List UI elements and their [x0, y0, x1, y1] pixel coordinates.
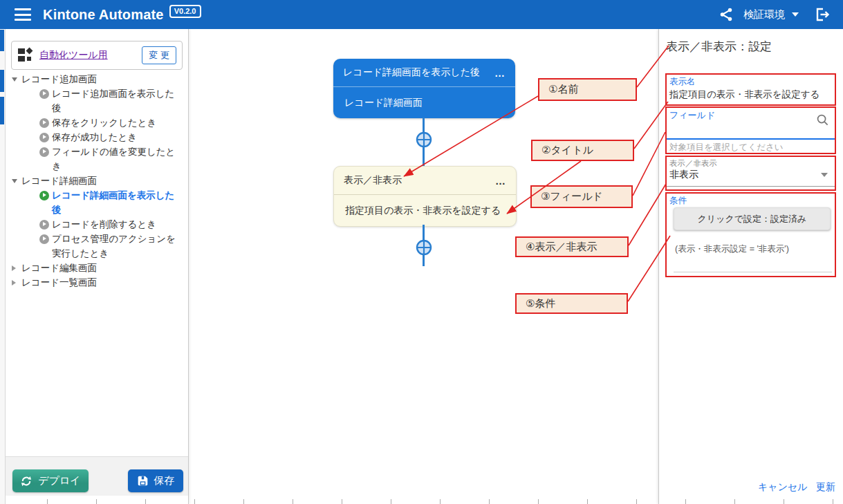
change-app-button[interactable]: 変 更: [142, 46, 176, 64]
expand-arrow-icon[interactable]: [12, 174, 19, 188]
dropdown-caret-icon[interactable]: [821, 173, 828, 177]
tree-item[interactable]: 保存が成功したとき: [6, 130, 188, 144]
app-icon: [18, 48, 33, 63]
action-node-menu-icon[interactable]: …: [495, 175, 506, 187]
left-edge-strip: [0, 29, 6, 504]
action-node-subtitle: 指定項目の表示・非表示を設定する: [345, 205, 501, 217]
trigger-node-subtitle: レコード詳細画面: [344, 97, 423, 109]
action-node-title: 表示／非表示: [344, 174, 402, 187]
display-name-value[interactable]: 指定項目の表示・非表示を設定する: [669, 88, 819, 101]
trigger-node-title: レコード詳細画面を表示した後: [343, 66, 480, 79]
panel-title: 表示／非表示：設定: [666, 39, 772, 55]
add-step-button[interactable]: [415, 239, 433, 256]
display-name-label: 表示名: [669, 76, 696, 88]
app-selector: 自動化ツール用 変 更: [11, 41, 183, 70]
visibility-underline: [667, 186, 835, 187]
tree-group-record-list[interactable]: レコード一覧画面: [6, 275, 188, 290]
event-play-icon: [39, 147, 49, 157]
deploy-button[interactable]: デプロイ: [12, 469, 89, 492]
share-icon[interactable]: [719, 7, 734, 22]
action-node[interactable]: 表示／非表示 … 指定項目の表示・非表示を設定する: [333, 166, 517, 227]
tree-item-selected[interactable]: レコード詳細画面を表示した後: [6, 188, 188, 217]
event-play-icon: [39, 220, 49, 230]
event-play-icon: [39, 234, 49, 244]
update-button[interactable]: 更新: [816, 481, 835, 494]
floppy-disk-icon: [137, 475, 149, 487]
trigger-node[interactable]: レコード詳細画面を表示した後 … レコード詳細画面: [333, 59, 515, 118]
hamburger-menu-icon[interactable]: [15, 8, 31, 21]
tree-item[interactable]: プロセス管理のアクションを実行したとき: [6, 232, 188, 261]
collapse-arrow-icon[interactable]: [12, 275, 19, 290]
trigger-node-menu-icon[interactable]: …: [494, 67, 506, 79]
save-button[interactable]: 保存: [128, 469, 183, 492]
event-play-icon-active: [39, 191, 49, 200]
divider: [674, 272, 832, 272]
logout-icon[interactable]: [814, 6, 831, 23]
app-root: { "header": { "title": "Kintone Automate…: [0, 0, 843, 504]
annotation-label-name: ①名前: [538, 78, 637, 101]
condition-expression: (表示・非表示設定 = '非表示'): [675, 243, 789, 255]
event-play-icon: [39, 118, 49, 128]
field-helper-text: 対象項目を選択してください: [669, 142, 784, 153]
annotation-label-condition: ⑤条件: [515, 293, 628, 314]
field-section: フィールド 対象項目を選択してください: [665, 106, 836, 154]
field-label: フィールド: [669, 109, 715, 122]
event-tree: レコード追加画面 レコード追加画面を表示した後 保存をクリックしたとき 保存が成…: [6, 72, 188, 290]
sidebar: 自動化ツール用 変 更 レコード追加画面 レコード追加画面を表示した後 保存をク…: [6, 29, 189, 504]
settings-panel: 表示／非表示：設定 表示名 指定項目の表示・非表示を設定する フィールド 対象項…: [658, 29, 843, 504]
annotation-label-field: ③フィールド: [530, 185, 633, 208]
annotation-label-visibility: ④表示／非表示: [515, 236, 629, 257]
event-play-icon: [39, 133, 49, 142]
field-input-underline[interactable]: [667, 138, 835, 140]
chevron-down-icon: [792, 12, 799, 17]
sidebar-footer: デプロイ 保存: [6, 456, 188, 496]
tree-item[interactable]: フィールドの値を変更したとき: [6, 144, 188, 174]
tree-group-record-edit[interactable]: レコード編集画面: [6, 261, 188, 275]
top-header: Kintone Automate V0.2.0 検証環境: [0, 0, 843, 29]
environment-selector[interactable]: 検証環境: [743, 8, 799, 21]
app-title: Kintone Automate: [43, 7, 164, 23]
event-play-icon: [39, 89, 49, 99]
tree-item[interactable]: 保存をクリックしたとき: [6, 115, 188, 130]
visibility-select[interactable]: 非表示: [669, 169, 698, 181]
app-link[interactable]: 自動化ツール用: [39, 49, 108, 62]
display-name-section: 表示名 指定項目の表示・非表示を設定する: [665, 73, 836, 106]
version-badge: V0.2.0: [169, 5, 201, 18]
visibility-section: 表示／非表示 非表示: [665, 156, 836, 191]
tree-item[interactable]: レコードを削除するとき: [6, 217, 188, 232]
cancel-button[interactable]: キャンセル: [758, 481, 808, 494]
expand-arrow-icon[interactable]: [12, 72, 19, 86]
condition-section: 条件 クリックで設定：設定済み (表示・非表示設定 = '非表示'): [665, 192, 836, 277]
tree-group-record-add[interactable]: レコード追加画面: [6, 72, 188, 86]
add-step-button[interactable]: [415, 131, 433, 149]
tree-group-record-detail[interactable]: レコード詳細画面: [6, 174, 188, 188]
condition-label: 条件: [669, 195, 687, 207]
annotation-label-title: ②タイトル: [531, 140, 634, 161]
collapse-arrow-icon[interactable]: [12, 261, 19, 275]
search-icon[interactable]: [816, 113, 829, 129]
condition-set-button[interactable]: クリックで設定：設定済み: [674, 207, 831, 230]
sync-icon: [20, 475, 33, 487]
visibility-label: 表示／非表示: [669, 158, 717, 169]
tree-item[interactable]: レコード追加画面を表示した後: [6, 86, 188, 115]
environment-label: 検証環境: [743, 8, 785, 21]
